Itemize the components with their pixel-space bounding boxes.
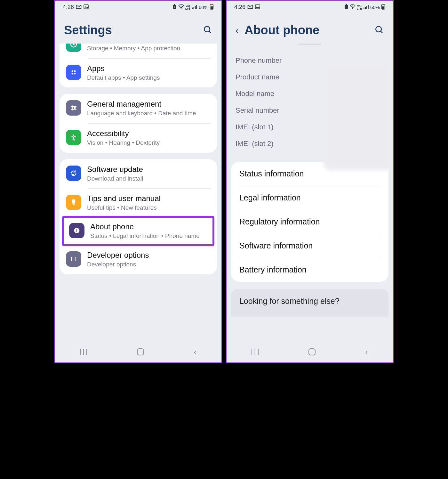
- back-icon[interactable]: ‹: [236, 25, 239, 36]
- nav-recent-icon[interactable]: [252, 349, 259, 355]
- status-bar: 4:26 + Vo)LTE 60%: [55, 1, 221, 13]
- settings-group-2: General managementLanguage and keyboard …: [60, 94, 217, 152]
- svg-rect-9: [196, 5, 197, 9]
- row-subtitle: Language and keyboard • Date and time: [87, 109, 211, 118]
- svg-rect-37: [364, 8, 364, 9]
- search-icon[interactable]: [374, 25, 384, 36]
- about-phone-screen: 4:26 Vo)LTE 60% ‹ About phone Phone numb…: [226, 0, 394, 363]
- signal-icon: [363, 4, 369, 10]
- settings-group-3: Software updateDownload and install Tips…: [60, 159, 217, 275]
- settings-item-about[interactable]: About phoneStatus • Legal information • …: [64, 218, 212, 245]
- row-title: Accessibility: [87, 129, 211, 138]
- svg-rect-39: [366, 6, 367, 9]
- svg-point-19: [72, 73, 74, 75]
- settings-group-1: Storage • Memory • App protection AppsDe…: [60, 44, 217, 87]
- svg-rect-31: [76, 230, 77, 232]
- svg-line-14: [209, 31, 211, 33]
- svg-rect-43: [382, 6, 384, 9]
- devicecare-icon: [66, 44, 81, 52]
- row-title: Developer options: [87, 251, 211, 260]
- svg-point-26: [72, 109, 73, 110]
- settings-screen: 4:26 + Vo)LTE 60% Settings Storage • Mem…: [54, 0, 222, 363]
- volte-icon: Vo)LTE: [185, 5, 190, 10]
- wifi-icon: [350, 4, 356, 10]
- option-legal[interactable]: Legal information: [231, 186, 388, 210]
- svg-point-18: [74, 70, 76, 72]
- wifi-icon: [178, 4, 184, 10]
- row-title: About phone: [90, 222, 207, 231]
- svg-rect-40: [368, 5, 369, 9]
- settings-item-accessibility[interactable]: AccessibilityVision • Hearing • Dexterit…: [60, 123, 217, 153]
- svg-point-27: [73, 134, 75, 136]
- page-title: Settings: [64, 23, 112, 37]
- row-title: Apps: [87, 64, 211, 73]
- about-icon: [69, 223, 84, 238]
- battery-saver-icon: [344, 4, 348, 10]
- svg-rect-6: [192, 8, 193, 9]
- developer-icon: [66, 251, 81, 267]
- battery-saver-icon: +: [172, 4, 177, 10]
- status-time: 4:26: [234, 4, 245, 11]
- svg-rect-8: [195, 6, 196, 9]
- option-battery[interactable]: Battery information: [231, 258, 388, 282]
- row-title: Software update: [87, 165, 211, 174]
- apps-icon: [66, 65, 81, 80]
- gmail-icon: [247, 4, 253, 11]
- svg-point-20: [74, 73, 76, 75]
- settings-item-developer[interactable]: Developer optionsDeveloper options: [60, 247, 217, 274]
- settings-header: Settings: [55, 13, 221, 44]
- svg-rect-34: [345, 5, 348, 9]
- svg-rect-11: [211, 4, 212, 4]
- svg-point-13: [204, 26, 210, 32]
- battery-percent: 60%: [370, 4, 380, 10]
- settings-item-tips[interactable]: Tips and user manualUseful tips • New fe…: [60, 188, 217, 218]
- svg-rect-28: [73, 204, 75, 205]
- settings-item-devicecare[interactable]: Storage • Memory • App protection: [60, 44, 217, 58]
- highlight-about-phone: About phoneStatus • Legal information • …: [62, 216, 214, 247]
- general-icon: [66, 100, 81, 116]
- row-title: Tips and user manual: [87, 194, 211, 203]
- svg-line-45: [380, 31, 382, 33]
- looking-else[interactable]: Looking for something else?: [231, 289, 388, 317]
- signal-icon: [192, 4, 197, 10]
- nav-back-icon[interactable]: ‹: [194, 347, 196, 357]
- nav-bar: ‹: [227, 341, 393, 362]
- status-time: 4:26: [63, 4, 74, 11]
- about-options: Status information Legal information Reg…: [231, 162, 388, 282]
- svg-point-17: [72, 70, 74, 72]
- svg-rect-7: [194, 7, 195, 9]
- svg-rect-12: [211, 6, 213, 9]
- svg-point-25: [74, 107, 76, 109]
- redacted-values: [324, 63, 393, 170]
- svg-rect-38: [365, 7, 366, 9]
- nav-home-icon[interactable]: [308, 348, 316, 355]
- option-software[interactable]: Software information: [231, 234, 388, 258]
- option-regulatory[interactable]: Regulatory information: [231, 210, 388, 234]
- row-subtitle: Storage • Memory • App protection: [87, 44, 211, 53]
- page-title: About phone: [244, 23, 319, 37]
- settings-item-general[interactable]: General managementLanguage and keyboard …: [60, 94, 217, 123]
- drag-handle[interactable]: [299, 44, 321, 45]
- option-status[interactable]: Status information: [231, 162, 388, 186]
- svg-rect-35: [346, 4, 347, 5]
- svg-text:+: +: [174, 5, 175, 9]
- svg-point-16: [73, 44, 75, 45]
- settings-item-swupdate[interactable]: Software updateDownload and install: [60, 159, 217, 189]
- tips-icon: [66, 195, 81, 210]
- svg-point-36: [352, 8, 353, 9]
- settings-item-apps[interactable]: AppsDefault apps • App settings: [60, 58, 217, 88]
- row-subtitle: Status • Legal information • Phone name: [90, 232, 207, 240]
- nav-bar: ‹: [55, 341, 221, 362]
- row-title: General management: [87, 100, 211, 109]
- svg-rect-3: [174, 4, 175, 5]
- row-subtitle: Vision • Hearing • Dexterity: [87, 139, 211, 147]
- nav-home-icon[interactable]: [137, 348, 144, 355]
- gallery-icon: [255, 4, 260, 11]
- svg-point-33: [257, 6, 257, 6]
- nav-back-icon[interactable]: ‹: [365, 347, 368, 357]
- status-bar: 4:26 Vo)LTE 60%: [227, 1, 393, 13]
- svg-point-1: [85, 6, 86, 6]
- nav-recent-icon[interactable]: [80, 349, 87, 355]
- accessibility-icon: [66, 130, 81, 145]
- search-icon[interactable]: [203, 25, 212, 36]
